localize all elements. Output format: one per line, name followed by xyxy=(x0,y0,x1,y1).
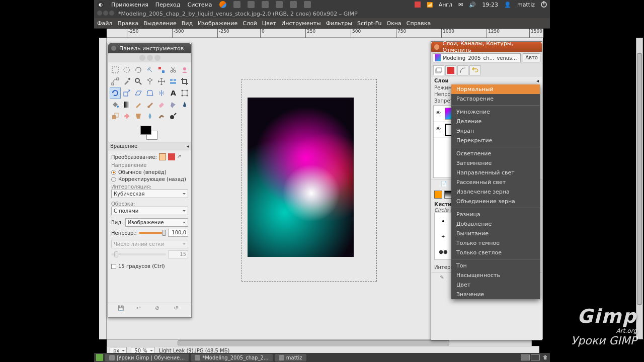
workspace-1[interactable] xyxy=(521,354,530,360)
task-firefox[interactable]: |Уроки Gimp | Обучение… xyxy=(105,354,189,361)
tool-clone[interactable] xyxy=(110,111,121,122)
mode-item[interactable]: Извлечение зерна xyxy=(451,187,540,197)
transform-path-icon[interactable]: ↗ xyxy=(177,153,184,160)
menu-filters[interactable]: Фильтры xyxy=(326,20,352,27)
tab-undo[interactable] xyxy=(469,65,480,75)
menu-image[interactable]: Изображение xyxy=(198,20,237,27)
new-layer-icon[interactable]: 📄 xyxy=(441,181,447,187)
image-selector[interactable]: Modeling_2005_ch…_venus_stock.jpg-2 xyxy=(433,53,521,62)
opacity-spin[interactable]: 100,0 xyxy=(168,229,188,237)
tray-icon-6[interactable] xyxy=(304,1,311,8)
scrollbar-horizontal[interactable] xyxy=(107,339,532,346)
layers-titlebar[interactable]: Слои, Каналы, Контуры, Отменить xyxy=(431,42,542,52)
tool-by-color-select[interactable] xyxy=(156,64,167,75)
tool-paths[interactable] xyxy=(110,76,121,87)
menu-windows[interactable]: Окна xyxy=(387,20,401,27)
username[interactable]: mattiz xyxy=(517,2,535,8)
mode-item[interactable]: Осветление xyxy=(451,149,540,158)
mode-item[interactable]: Умножение xyxy=(451,107,540,117)
tool-color-picker[interactable] xyxy=(121,76,132,87)
show-desktop-icon[interactable] xyxy=(96,354,103,361)
menu-scriptfu[interactable]: Script-Fu xyxy=(357,20,382,27)
color-swatches[interactable] xyxy=(137,126,163,142)
tool-scale[interactable] xyxy=(121,87,132,99)
user-icon[interactable]: 👤 xyxy=(504,2,511,8)
reset-options-icon[interactable]: ↺ xyxy=(174,305,182,313)
mode-item[interactable]: Значение xyxy=(451,290,540,299)
firefox-icon[interactable] xyxy=(219,1,226,8)
tool-eraser[interactable] xyxy=(156,99,167,110)
tool-ink[interactable] xyxy=(179,99,190,110)
tool-ellipse-select[interactable] xyxy=(121,64,132,75)
opacity-slider[interactable] xyxy=(139,232,166,234)
system-menu[interactable]: Система xyxy=(187,2,212,8)
tool-rect-select[interactable] xyxy=(110,64,121,75)
transform-layer-icon[interactable] xyxy=(159,153,166,160)
mode-item[interactable]: Объединение зерна xyxy=(451,197,540,206)
mode-item[interactable]: Вычитание xyxy=(451,229,540,238)
tray-icon-1[interactable] xyxy=(233,1,240,8)
tool-dodge[interactable] xyxy=(168,111,179,122)
tool-options-menu-icon[interactable]: ◂ xyxy=(187,143,189,149)
menu-layer[interactable]: Слой xyxy=(243,20,257,27)
tab-paths[interactable] xyxy=(457,65,468,75)
tool-smudge[interactable] xyxy=(156,111,167,122)
mode-item[interactable]: Рассеянный свет xyxy=(451,177,540,187)
tool-bucket[interactable] xyxy=(110,99,121,110)
tray-icon-5[interactable] xyxy=(290,1,297,8)
mode-item[interactable]: Деление xyxy=(451,117,540,126)
mode-item[interactable]: Разница xyxy=(451,210,540,219)
tray-icon-3[interactable] xyxy=(262,1,269,8)
mode-item[interactable]: Экран xyxy=(451,126,540,136)
tool-blend[interactable] xyxy=(121,99,132,110)
tool-flip[interactable] xyxy=(156,87,167,99)
preview-combo[interactable]: Изображение xyxy=(125,218,188,227)
brush-item[interactable] xyxy=(436,214,451,228)
toolbox-titlebar[interactable]: Панель инструментов xyxy=(108,43,191,53)
menu-view[interactable]: Вид xyxy=(182,20,193,27)
mode-item[interactable]: Тон xyxy=(451,261,540,270)
tool-cage[interactable] xyxy=(179,87,190,99)
menu-color[interactable]: Цвет xyxy=(262,20,276,27)
menu-help[interactable]: Справка xyxy=(407,20,431,27)
edit-brush-icon[interactable]: ✎ xyxy=(440,275,448,283)
tool-move[interactable] xyxy=(156,76,167,87)
tool-airbrush[interactable] xyxy=(168,99,179,110)
mode-item[interactable]: Только светлое xyxy=(451,248,540,257)
direction-corrective-radio[interactable]: Корректирующее (назад) xyxy=(111,176,188,182)
apps-menu[interactable]: Приложения xyxy=(111,2,148,8)
menu-select[interactable]: Выделение xyxy=(143,20,177,27)
tool-heal[interactable] xyxy=(121,111,132,122)
palette-tab-1[interactable] xyxy=(434,191,442,199)
tool-align[interactable] xyxy=(168,76,179,87)
eye-icon[interactable]: 👁 xyxy=(436,110,443,117)
restore-options-icon[interactable]: ↩ xyxy=(136,305,144,313)
mode-item[interactable]: Растворение xyxy=(451,94,540,104)
clock[interactable]: 19:23 xyxy=(482,2,498,8)
power-icon[interactable] xyxy=(541,2,547,8)
close-icon[interactable] xyxy=(111,46,116,51)
tray-icon-4[interactable] xyxy=(276,1,283,8)
fifteen-deg-check[interactable]: 15 градусов (Ctrl) xyxy=(111,263,188,269)
layers-menu-icon[interactable]: ◂ xyxy=(536,78,539,83)
menu-edit[interactable]: Правка xyxy=(117,20,138,27)
tool-paintbrush[interactable] xyxy=(144,99,155,110)
tool-perspective[interactable] xyxy=(144,87,155,99)
volume-icon[interactable]: 🔊 xyxy=(469,2,476,8)
eye-icon[interactable]: 👁 xyxy=(436,126,443,133)
mode-item[interactable]: Затемнение xyxy=(451,158,540,168)
tool-measure[interactable] xyxy=(144,76,155,87)
delete-options-icon[interactable]: ⊘ xyxy=(155,305,163,313)
tool-perspective-clone[interactable] xyxy=(133,111,144,122)
close-icon[interactable] xyxy=(434,44,439,50)
mode-item[interactable]: Насыщенность xyxy=(451,270,540,280)
mode-item[interactable]: Направленный свет xyxy=(451,168,540,177)
keyboard-lang[interactable]: Англ xyxy=(439,2,453,8)
tool-shear[interactable] xyxy=(133,87,144,99)
mail-icon[interactable]: ✉ xyxy=(458,2,463,8)
tool-rotate[interactable] xyxy=(110,87,121,99)
scrollbar-vertical[interactable] xyxy=(636,38,643,339)
tab-layers[interactable] xyxy=(433,65,444,75)
tool-foreground-select[interactable] xyxy=(179,64,190,75)
brush-item[interactable]: ✦ xyxy=(436,229,451,243)
